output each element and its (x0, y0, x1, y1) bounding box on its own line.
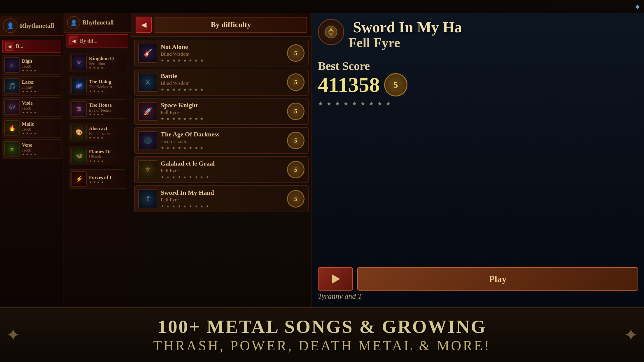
song-info-2: Battle Blind Wisdom ★ ★ ★ ★ ★ ★ ★ ★ (161, 72, 287, 92)
song-title-6: Sword In My Hand (161, 189, 287, 196)
panel-top-bar: ◀ By difficulty (131, 13, 312, 37)
second-thumb-4: 🎨 (71, 125, 87, 140)
sidebar-title-5: Veno (22, 142, 37, 148)
second-song-2[interactable]: 🌌 The Holog The Neologist ★ ★ ★ ★ (69, 76, 126, 95)
filter-btn-second[interactable]: ◀ By dif... (66, 34, 128, 48)
play-icon-button[interactable] (318, 267, 353, 291)
banner-line1: 100+ METAL SONGS & GROWING (158, 316, 487, 338)
song-row-6[interactable]: 🗡 Sword In My Hand Fell Fyre ★ ★ ★ ★ ★ ★… (134, 185, 309, 212)
sidebar-header: 👤 Rhythmetall (0, 16, 64, 36)
score-badge-1: 5 (287, 44, 304, 62)
second-song-5[interactable]: 🦋 Flames Of Ulfsark ★ ★ ★ ★ (69, 146, 126, 165)
second-stars-2: ★ ★ ★ ★ (89, 89, 112, 93)
second-artist-2: The Neologist (89, 85, 112, 89)
second-artist-5: Ulfsark (89, 155, 111, 159)
sidebar-song-3[interactable]: 🎶 Viole Jacob ★ ★ ★ ★ (2, 97, 62, 117)
second-title-5: Flames Of (89, 149, 111, 155)
score-badge-4: 5 (287, 132, 304, 149)
second-thumb-6: ⚡ (71, 171, 87, 187)
play-button[interactable]: Play (357, 267, 638, 291)
song-thumb-1: 🎸 (138, 44, 157, 63)
second-panel-header: 👤 Rhythmetall (64, 13, 131, 33)
song-row-3[interactable]: 🚀 Space Knight Fell Fyre ★ ★ ★ ★ ★ ★ ★ ★… (134, 98, 309, 125)
second-panel-list: ♛ Kingdom O Sermilion ★ ★ ★ ★ 🌌 The Holo… (64, 49, 131, 307)
sidebar-song-5[interactable]: ☠ Veno Jacob ★ ★ ★ ★ (2, 139, 62, 159)
second-title-3: The House (89, 102, 112, 108)
score-badge-6: 5 (287, 190, 304, 208)
right-bottom-text: Tyranny and T (318, 292, 638, 301)
song-title-1: Not Alone (161, 43, 287, 51)
second-info-2: The Holog The Neologist ★ ★ ★ ★ (89, 79, 112, 93)
song-row-2[interactable]: ⚔ Battle Blind Wisdom ★ ★ ★ ★ ★ ★ ★ ★ 5 (134, 69, 309, 96)
score-badge-2: 5 (287, 73, 304, 91)
song-stars-6: ★ ★ ★ ★ ★ ★ ★ ★ ★ (161, 204, 287, 209)
sidebar-artist-5: Jacob (22, 148, 37, 153)
banner-line2: THRASH, POWER, DEATH METAL & MORE! (153, 338, 491, 354)
second-info-5: Flames Of Ulfsark ★ ★ ★ ★ (89, 149, 111, 163)
sidebar-song-1[interactable]: ♫ Digit Jacob ★ ★ ★ ★ (2, 55, 62, 75)
song-artist-2: Blind Wisdom (161, 80, 287, 86)
sidebar-song-4[interactable]: 🔥 Malic Jacob ★ ★ ★ ★ (2, 118, 62, 138)
right-title-line1: Sword In My Ha (353, 19, 462, 36)
second-song-6[interactable]: ⚡ Forces of I ★ ★ ★ ★ (69, 169, 126, 189)
sidebar-title-2: Lacer (22, 79, 37, 85)
song-info-5: Galahad et le Graal Fell Fyre ★ ★ ★ ★ ★ … (161, 160, 287, 180)
song-info-3: Space Knight Fell Fyre ★ ★ ★ ★ ★ ★ ★ ★ (161, 101, 287, 121)
diamond-icon: ◆ (635, 3, 640, 10)
song-title-5: Galahad et le Graal (161, 160, 287, 167)
svg-marker-1 (332, 274, 340, 284)
second-stars-1: ★ ★ ★ ★ (89, 66, 114, 69)
second-panel: 👤 Rhythmetall ◀ By dif... ♛ Kingdom O Se… (64, 13, 131, 307)
song-info-4: The Age Of Darkness Jacob Lizotte ★ ★ ★ … (161, 131, 287, 150)
song-artist-1: Blind Wisdom (161, 51, 287, 57)
sidebar-info-4: Malic Jacob ★ ★ ★ ★ (22, 121, 37, 135)
second-stars-3: ★ ★ ★ ★ (89, 113, 112, 116)
second-info-4: Abstract Frameless Sc... ★ ★ ★ ★ (89, 126, 114, 139)
song-artist-3: Fell Fyre (161, 110, 287, 115)
second-song-3[interactable]: 🏚 The House Eye of Fenris ★ ★ ★ ★ (69, 99, 126, 119)
song-artist-6: Fell Fyre (161, 197, 287, 203)
bottom-banner: ✦ ✦ 100+ METAL SONGS & GROWING THRASH, P… (0, 307, 644, 362)
second-title-4: Abstract (89, 126, 114, 131)
sidebar-info-3: Viole Jacob ★ ★ ★ ★ (22, 100, 37, 114)
song-row-5[interactable]: ⚜ Galahad et le Graal Fell Fyre ★ ★ ★ ★ … (134, 156, 309, 183)
second-username: Rhythmetall (83, 19, 114, 26)
song-title-2: Battle (161, 72, 287, 80)
sidebar-artist-3: Jacob (22, 106, 37, 111)
right-title-line2: Fell Fyre (349, 36, 462, 50)
song-stars-3: ★ ★ ★ ★ ★ ★ ★ ★ (161, 117, 287, 121)
song-row-4[interactable]: 🌑 The Age Of Darkness Jacob Lizotte ★ ★ … (134, 127, 309, 154)
back-arrow-left: ◀ (5, 42, 14, 51)
second-thumb-5: 🦋 (71, 148, 87, 163)
sidebar-info-2: Lacer Jimmy ★ ★ ★ ★ (22, 79, 37, 93)
sidebar-username: Rhythmetall (20, 22, 54, 29)
sidebar-stars-4: ★ ★ ★ ★ (22, 132, 37, 135)
second-thumb-1: ♛ (71, 55, 87, 70)
song-artist-4: Jacob Lizotte (161, 139, 287, 145)
right-panel: Sword In My Ha Fell Fyre Best Score 4113… (312, 13, 644, 307)
second-info-3: The House Eye of Fenris ★ ★ ★ ★ (89, 102, 112, 116)
song-row-1[interactable]: 🎸 Not Alone Blind Wisdom ★ ★ ★ ★ ★ ★ ★ ★… (134, 40, 309, 66)
second-artist-3: Eye of Fenris (89, 108, 112, 113)
sidebar-song-2[interactable]: 🎵 Lacer Jimmy ★ ★ ★ ★ (2, 76, 62, 96)
sidebar-stars-2: ★ ★ ★ ★ (22, 90, 37, 93)
song-stars-1: ★ ★ ★ ★ ★ ★ ★ ★ (161, 58, 287, 63)
song-list-panel: ◀ By difficulty 🎸 Not Alone Blind Wisdom… (131, 13, 312, 307)
second-song-4[interactable]: 🎨 Abstract Frameless Sc... ★ ★ ★ ★ (69, 123, 126, 142)
second-song-1[interactable]: ♛ Kingdom O Sermilion ★ ★ ★ ★ (69, 53, 126, 72)
song-thumb-5: ⚜ (138, 160, 157, 179)
game-icon (318, 19, 344, 45)
filter-title-main[interactable]: By difficulty (155, 17, 307, 33)
sidebar-thumb-1: ♫ (4, 57, 20, 73)
sidebar-title-1: Digit (22, 58, 37, 64)
score-medal: 5 (384, 73, 407, 96)
sidebar-artist-1: Jacob (22, 64, 37, 69)
score-badge-5: 5 (287, 161, 304, 178)
song-artist-5: Fell Fyre (161, 168, 287, 174)
filter-label-left: B... (16, 43, 23, 50)
song-title-3: Space Knight (161, 101, 287, 109)
second-title-2: The Holog (89, 79, 112, 85)
back-arrow-main[interactable]: ◀ (136, 17, 152, 33)
second-stars-4: ★ ★ ★ ★ (89, 136, 114, 139)
filter-btn-left[interactable]: ◀ B... (2, 40, 61, 53)
